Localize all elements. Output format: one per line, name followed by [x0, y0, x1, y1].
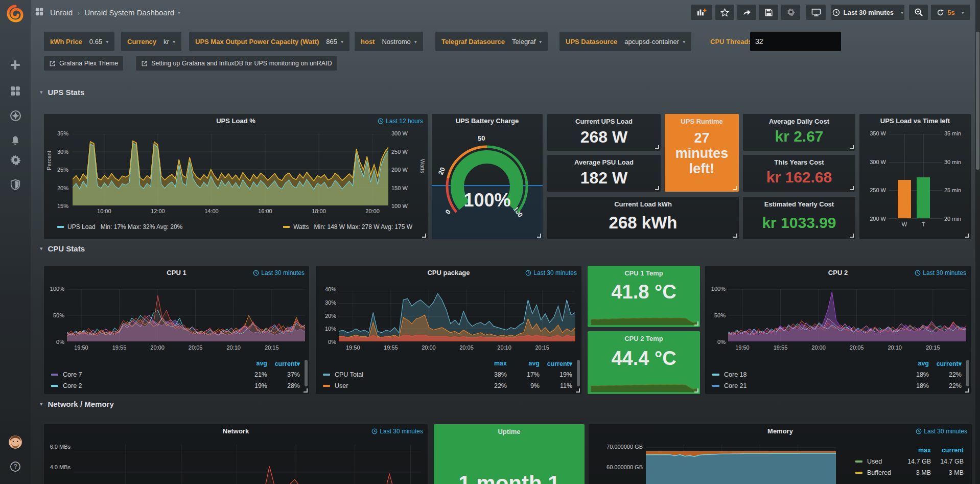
- shield-icon: [10, 179, 21, 190]
- breadcrumb-app[interactable]: Unraid: [50, 8, 73, 17]
- zoom-out-button[interactable]: [909, 5, 928, 20]
- stat-value: 268 W: [547, 128, 661, 147]
- grafana-logo[interactable]: [0, 2, 31, 27]
- scrollbar-thumb[interactable]: [976, 32, 979, 170]
- y-axis-left: 350 W300 W250 W200 W: [860, 130, 886, 222]
- stat-value: 182 W: [547, 169, 661, 188]
- panel-network: Network Last 30 minutes 6.0 MBs4.0 MBs2.…: [44, 424, 428, 484]
- chevron-down-icon[interactable]: ▾: [178, 10, 180, 15]
- bar-chart[interactable]: [889, 134, 942, 218]
- sidebar-item-alerting[interactable]: [0, 130, 31, 151]
- panel-title[interactable]: Uptime: [434, 428, 585, 435]
- legend-scrollbar[interactable]: [305, 360, 308, 386]
- refresh-picker[interactable]: 5s ▾: [931, 5, 970, 20]
- clock-icon: [832, 9, 840, 16]
- link-label: Grafana Plex Theme: [59, 60, 118, 67]
- save-dashboard-button[interactable]: [759, 5, 778, 20]
- time-picker[interactable]: Last 30 minutes ▾: [831, 5, 904, 20]
- network-chart[interactable]: [74, 445, 421, 484]
- panel-time-range[interactable]: Last 30 minutes: [371, 428, 423, 435]
- panel-time-range[interactable]: Last 12 hours: [378, 118, 423, 125]
- variable-label: UPS Datasource: [566, 38, 617, 45]
- cpu-package-chart[interactable]: [339, 290, 575, 341]
- user-avatar[interactable]: [0, 432, 31, 452]
- chart-legend[interactable]: UPS LoadMin: 17% Max: 32% Avg: 20%WattsM…: [49, 223, 421, 231]
- panel-title[interactable]: CPU 1 Temp: [588, 269, 700, 277]
- variable-host[interactable]: host Nostromo▾: [355, 32, 423, 51]
- add-panel-button[interactable]: [691, 5, 712, 20]
- ups-load-chart[interactable]: [73, 134, 388, 205]
- variable-label: host: [361, 38, 375, 45]
- y-axis-left: 100%50%0%: [705, 286, 726, 345]
- dashboard-link-plex-theme[interactable]: Grafana Plex Theme: [44, 56, 123, 71]
- variable-ups-datasource[interactable]: UPS Datasource apcupsd-container▾: [559, 32, 691, 51]
- panel-title[interactable]: UPS Load vs Time left: [859, 117, 971, 125]
- cpu2-chart[interactable]: [728, 289, 966, 341]
- sidebar-item-dashboards[interactable]: [0, 81, 31, 101]
- panel-title[interactable]: Current UPS Load: [547, 118, 661, 125]
- panel-time-range[interactable]: Last 30 minutes: [916, 428, 967, 435]
- panel-time-range[interactable]: Last 30 minutes: [525, 269, 577, 276]
- panel-title[interactable]: This Years Cost: [743, 158, 855, 166]
- variable-ups-max-power[interactable]: UPS Max Output Power Capacity (Watt) 865…: [189, 32, 349, 51]
- panel-current-ups-load: Current UPS Load 268 W: [547, 114, 661, 151]
- gauge-value: 100%: [432, 190, 543, 211]
- panel-title[interactable]: UPS Runtime: [665, 118, 739, 125]
- panel-title[interactable]: UPS Battery Charge: [432, 117, 543, 125]
- panel-cpu2: CPU 2 Last 30 minutes 100%50%0% 19:5019:…: [705, 266, 971, 394]
- chart-legend[interactable]: maxavgcurrent▾CPU Total38%17%19%User22%9…: [322, 358, 572, 391]
- variable-kwh-price[interactable]: kWh Price 0.65▾: [44, 32, 114, 51]
- star-dashboard-button[interactable]: [715, 5, 734, 20]
- dashboard-settings-button[interactable]: [781, 5, 800, 20]
- breadcrumb-page-title[interactable]: Unraid System Dashboard: [84, 8, 174, 17]
- question-icon: ?: [10, 461, 21, 472]
- memory-chart[interactable]: [646, 445, 836, 484]
- panel-title[interactable]: CPU 2 Temp: [588, 335, 700, 342]
- clock-icon: [525, 270, 531, 276]
- variable-currency[interactable]: Currency kr▾: [121, 32, 181, 51]
- section-cpu-stats[interactable]: ▾CPU Stats: [40, 244, 85, 253]
- grafana-dashboard: ? Unraid › Unraid System Dashboard ▾ Las…: [0, 0, 980, 484]
- tv-mode-button[interactable]: [806, 5, 826, 20]
- chart-legend[interactable]: maxcurrentUsed14.7 GB14.7 GBBuffered3 MB…: [854, 445, 964, 478]
- x-axis: 10:0012:0014:0016:0018:0020:00: [73, 208, 388, 215]
- panel-title[interactable]: Memory: [589, 427, 972, 435]
- cpu1-chart[interactable]: [67, 289, 305, 341]
- chart-legend[interactable]: avgcurrent▾Core 721%37%Core 219%28%: [50, 358, 300, 391]
- panel-ups-load-vs-time: UPS Load vs Time left 350 W300 W250 W200…: [859, 114, 971, 239]
- sidebar-item-configuration[interactable]: [0, 150, 31, 170]
- chart-legend[interactable]: avgcurrent▾Core 1818%22%Core 2118%22%: [711, 358, 962, 391]
- clock-icon: [371, 428, 378, 434]
- panel-time-range[interactable]: Last 30 minutes: [915, 269, 966, 276]
- dashboard-picker-icon[interactable]: [35, 7, 44, 18]
- section-ups-stats[interactable]: ▾UPS Stats: [40, 88, 84, 97]
- panel-time-range[interactable]: Last 30 minutes: [253, 269, 305, 276]
- legend-scrollbar[interactable]: [966, 360, 969, 386]
- panel-title[interactable]: Average PSU Load: [547, 158, 661, 166]
- chevron-down-icon: ▾: [962, 10, 964, 15]
- sidebar-item-create[interactable]: [0, 55, 31, 75]
- variable-telegraf-datasource[interactable]: Telegraf Datasource Telegraf▾: [435, 32, 548, 51]
- panel-title[interactable]: Network: [44, 427, 428, 435]
- panel-this-years-cost: This Years Cost kr 162.68: [743, 155, 855, 192]
- y-axis-left: 35%30%25%20%15%: [44, 130, 68, 209]
- variable-value: 0.65: [89, 38, 102, 45]
- share-dashboard-button[interactable]: [737, 5, 756, 20]
- cpu1-temp-sparkline: [591, 307, 697, 325]
- sidebar-item-help[interactable]: ?: [0, 456, 31, 477]
- share-icon: [742, 8, 751, 17]
- legend-scrollbar[interactable]: [577, 360, 580, 386]
- clock-icon: [378, 118, 384, 124]
- panel-title[interactable]: UPS Load %: [44, 117, 428, 125]
- breadcrumb: Unraid › Unraid System Dashboard ▾: [35, 5, 180, 19]
- dashboard-link-ups-monitoring[interactable]: Setting up Grafana and InfluxDB for UPS …: [136, 56, 337, 71]
- clock-icon: [253, 270, 259, 276]
- sidebar-item-explore[interactable]: [0, 105, 31, 126]
- cpu-threads-input[interactable]: [750, 32, 841, 51]
- section-network-memory[interactable]: ▾Network / Memory: [40, 400, 114, 408]
- page-scrollbar[interactable]: [975, 0, 980, 484]
- sidebar-item-server-admin[interactable]: [0, 174, 31, 195]
- panel-title[interactable]: Estimated Yearly Cost: [743, 200, 855, 208]
- panel-title[interactable]: Current Load kWh: [547, 200, 739, 208]
- panel-title[interactable]: Average Daily Cost: [743, 118, 855, 125]
